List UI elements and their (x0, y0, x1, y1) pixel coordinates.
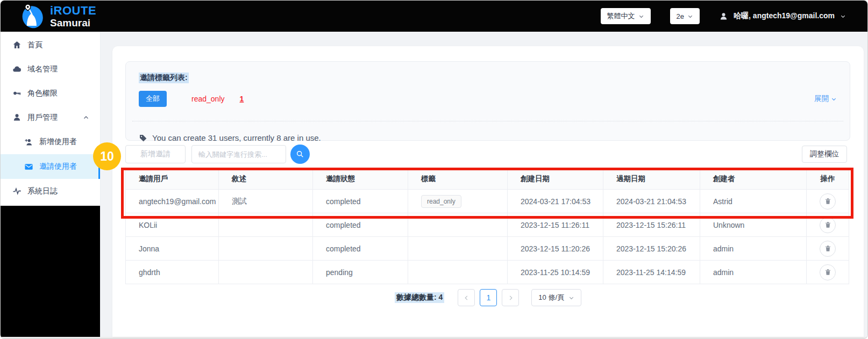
page-number-button[interactable]: 1 (480, 289, 497, 306)
cell-tag (408, 261, 508, 284)
next-page-button[interactable] (502, 289, 519, 306)
table-row: angtech19@gmail.com 測試 completed read_on… (126, 190, 849, 213)
delete-invite-button[interactable] (820, 241, 836, 257)
app-logo: iROUTE Samurai (17, 3, 96, 29)
usage-note-text: You can create 31 users, currently 8 are… (152, 133, 321, 142)
top-header: iROUTE Samurai 繁體中文 2e 哈囉, angtech19@gma… (1, 1, 868, 32)
mail-icon (24, 162, 33, 171)
pagination: 數據總數量: 4 1 10 條/頁 (112, 289, 864, 306)
sidebar-item-invite-user[interactable]: 邀請使用者 (1, 154, 100, 179)
table-toolbar: 新增邀請 調整欄位 (125, 145, 849, 164)
sidebar-item-system-logs[interactable]: 系統日誌 (1, 179, 100, 203)
col-header-created: 創建日期 (508, 169, 603, 190)
tag-panel-title: 邀請標籤列表: (139, 73, 189, 83)
delete-invite-button[interactable] (820, 193, 836, 210)
sidebar-item-roles[interactable]: 角色權限 (1, 81, 100, 105)
sidebar-item-label: 系統日誌 (27, 186, 58, 196)
language-label: 繁體中文 (607, 11, 635, 21)
sidebar-item-home[interactable]: 首頁 (1, 33, 100, 57)
trash-icon (824, 198, 831, 205)
sidebar-item-label: 角色權限 (27, 89, 58, 98)
delete-invite-button[interactable] (820, 264, 836, 280)
cell-user: angtech19@gmail.com (126, 190, 219, 213)
filter-all-button[interactable]: 全部 (139, 91, 167, 107)
sidebar-item-label: 域名管理 (27, 64, 58, 74)
cell-created: 2023-12-15 11:20:26 (508, 237, 603, 261)
col-header-status: 邀請狀態 (313, 169, 408, 190)
logo-line2: Samurai (50, 18, 96, 28)
user-greeting: 哈囉, angtech19@gmail.com (734, 11, 835, 21)
cell-expires: 2023-12-15 15:26:11 (603, 213, 700, 237)
chevron-down-icon (831, 96, 837, 102)
samurai-logo-icon (17, 3, 46, 29)
table-row: Jonna completed 2023-12-15 11:20:26 2023… (126, 237, 849, 261)
cell-description (219, 213, 313, 237)
search-button[interactable] (290, 145, 310, 164)
col-header-description: 敘述 (219, 169, 313, 190)
sidebar-item-label: 首頁 (27, 40, 42, 50)
tag-read-only-link[interactable]: read_only (191, 95, 225, 103)
org-label: 2e (677, 12, 684, 20)
cell-tag (408, 237, 508, 261)
cell-tag: read_only (408, 190, 508, 213)
sidebar-item-label: 新增使用者 (39, 137, 77, 147)
main-content: 邀請標籤列表: 全部 read_only 1 展開 You can create… (101, 32, 868, 337)
chevron-left-icon (464, 295, 469, 301)
cell-creator: Unknown (700, 213, 807, 237)
home-icon (12, 40, 22, 49)
cell-status: pending (313, 261, 408, 284)
prev-page-button[interactable] (458, 289, 475, 306)
logo-text: iROUTE Samurai (50, 5, 96, 28)
cell-created: 2023-11-25 10:14:59 (508, 261, 603, 284)
app-window: iROUTE Samurai 繁體中文 2e 哈囉, angtech19@gma… (0, 0, 868, 339)
cell-actions (807, 213, 849, 237)
tag-count-link[interactable]: 1 (240, 95, 244, 103)
cell-created: 2024-03-21 17:04:53 (508, 190, 603, 213)
expand-link[interactable]: 展開 (814, 94, 837, 104)
search-input[interactable] (191, 145, 286, 163)
add-invite-button[interactable]: 新增邀請 (125, 145, 186, 163)
cell-tag (408, 213, 508, 237)
dotted-divider (132, 121, 843, 121)
cell-user: Jonna (126, 237, 219, 261)
sidebar-item-domains[interactable]: 域名管理 (1, 57, 100, 81)
redacted-area (1, 206, 100, 337)
cell-description (219, 261, 313, 284)
sidebar-item-label: 邀請使用者 (39, 162, 77, 171)
user-plus-icon (24, 138, 33, 147)
col-header-tag: 標籤 (408, 169, 508, 190)
table-row: KOLii completed 2023-12-15 11:26:11 2023… (126, 213, 849, 237)
cell-status: completed (313, 190, 408, 213)
org-selector[interactable]: 2e (670, 8, 700, 24)
language-selector[interactable]: 繁體中文 (601, 8, 651, 24)
col-header-expires: 過期日期 (603, 169, 700, 190)
table-row: ghdrth pending 2023-11-25 10:14:59 2023-… (126, 261, 849, 284)
cell-actions (807, 190, 849, 213)
sidebar-item-label: 用戶管理 (27, 113, 58, 122)
delete-invite-button[interactable] (820, 217, 836, 233)
cell-expires: 2024-03-21 21:04:53 (603, 190, 700, 213)
adjust-columns-button[interactable]: 調整欄位 (802, 146, 847, 163)
cell-user: ghdrth (126, 261, 219, 284)
cell-status: completed (313, 213, 408, 237)
sidebar-item-user-management[interactable]: 用戶管理 (1, 105, 100, 129)
trash-icon (824, 245, 831, 252)
chevron-down-icon (638, 13, 644, 19)
total-count-label: 數據總數量: 4 (395, 292, 444, 303)
sidebar-item-add-user[interactable]: 新增使用者 (1, 129, 100, 154)
expand-label: 展開 (814, 94, 829, 104)
page-size-selector[interactable]: 10 條/頁 (531, 289, 581, 306)
cell-actions (807, 237, 849, 261)
chevron-down-icon (840, 13, 846, 19)
key-icon (12, 89, 22, 98)
cell-expires: 2023-12-15 15:20:26 (603, 237, 700, 261)
invites-table: 邀請用戶 敘述 邀請狀態 標籤 創建日期 過期日期 創建者 操作 angtech… (125, 168, 849, 284)
cell-created: 2023-12-15 11:26:11 (508, 213, 603, 237)
chevron-up-icon (83, 114, 89, 121)
usage-note-row: You can create 31 users, currently 8 are… (139, 133, 837, 142)
table-header-row: 邀請用戶 敘述 邀請狀態 標籤 創建日期 過期日期 創建者 操作 (126, 169, 849, 190)
cell-user: KOLii (126, 213, 219, 237)
user-menu[interactable]: 哈囉, angtech19@gmail.com (719, 11, 846, 21)
tag-filter-row: 全部 read_only 1 展開 (139, 91, 837, 107)
logo-line1: iROUTE (50, 5, 96, 17)
